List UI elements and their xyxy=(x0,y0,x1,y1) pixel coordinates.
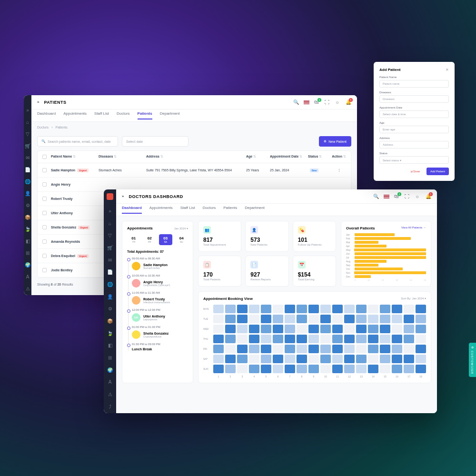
heatmap-cell[interactable] xyxy=(380,345,390,353)
bell-icon[interactable]: 🔔5 xyxy=(426,194,431,199)
heatmap-cell[interactable] xyxy=(225,345,236,353)
heatmap-cell[interactable] xyxy=(356,345,367,353)
layer-icon[interactable]: ◧ xyxy=(107,343,113,348)
tab-doctors[interactable]: Doctors xyxy=(117,111,130,119)
leaf-icon[interactable]: 🍃 xyxy=(25,227,30,232)
timeline-slot[interactable]: 09:00 AM to 09:30 AM Sadie HamptonStomac… xyxy=(132,257,188,270)
gear-icon[interactable]: ⚙ xyxy=(107,306,113,312)
heatmap-cell[interactable] xyxy=(368,365,378,373)
table-row[interactable]: Sadie HamptonUrgent Stomach Aches Suite … xyxy=(38,163,351,178)
heatmap-cell[interactable] xyxy=(392,305,402,313)
heatmap-cell[interactable] xyxy=(308,355,319,363)
heatmap-cell[interactable] xyxy=(249,315,259,323)
heatmap-cell[interactable] xyxy=(225,325,236,333)
user-icon[interactable]: 👤 xyxy=(25,191,30,196)
menu-icon[interactable]: » xyxy=(25,108,30,113)
heatmap-cell[interactable] xyxy=(380,305,390,313)
heatmap-cell[interactable] xyxy=(273,345,283,353)
warn-icon[interactable]: ⚠ xyxy=(25,286,30,291)
column-header[interactable]: Address ⇅ xyxy=(146,155,246,159)
box-icon[interactable]: 📦 xyxy=(107,318,113,324)
heatmap-cell[interactable] xyxy=(368,355,378,363)
checkbox[interactable] xyxy=(42,197,47,201)
heatmap-cell[interactable] xyxy=(320,365,331,373)
heatmap-cell[interactable] xyxy=(332,325,343,333)
column-header[interactable]: Age ⇅ xyxy=(246,155,270,159)
bell-icon[interactable]: 🔔5 xyxy=(346,99,351,105)
checkbox[interactable] xyxy=(42,254,47,258)
heatmap-cell[interactable] xyxy=(237,335,248,343)
mail-icon[interactable]: ✉ xyxy=(107,257,113,263)
heatmap-cell[interactable] xyxy=(273,365,283,373)
heatmap-cell[interactable] xyxy=(416,325,426,333)
heatmap-cell[interactable] xyxy=(332,345,343,353)
heatmap-cell[interactable] xyxy=(249,345,259,353)
heatmap-cell[interactable] xyxy=(297,305,307,313)
heatmap-cell[interactable] xyxy=(249,355,259,363)
heatmap-cell[interactable] xyxy=(308,345,319,353)
heatmap-cell[interactable] xyxy=(380,335,390,343)
day-cell[interactable]: 01TH xyxy=(127,234,140,245)
bag-icon[interactable]: 🛍3 xyxy=(394,194,400,199)
heatmap-cell[interactable] xyxy=(356,355,367,363)
heatmap-cell[interactable] xyxy=(225,315,236,323)
cart-icon[interactable]: 🛒 xyxy=(25,143,30,149)
heatmap-cell[interactable] xyxy=(213,315,224,323)
heatmap-cell[interactable] xyxy=(332,335,343,343)
heatmap-cell[interactable] xyxy=(320,355,331,363)
heatmap-cell[interactable] xyxy=(368,335,378,343)
user-icon[interactable]: 👤 xyxy=(107,294,113,299)
heatmap-cell[interactable] xyxy=(320,305,331,313)
heatmap-cell[interactable] xyxy=(249,305,259,313)
globe-icon[interactable]: 🌐 xyxy=(107,282,113,288)
heatmap-cell[interactable] xyxy=(392,315,402,323)
heatmap-cell[interactable] xyxy=(308,325,319,333)
heatmap-cell[interactable] xyxy=(308,305,319,313)
heatmap-cell[interactable] xyxy=(273,355,283,363)
day-cell[interactable]: 04SU xyxy=(175,234,188,245)
column-header[interactable]: Diseases ⇅ xyxy=(99,155,146,159)
expand-icon[interactable]: » xyxy=(37,100,39,104)
heatmap-cell[interactable] xyxy=(261,305,271,313)
tab-appointments[interactable]: Appointments xyxy=(149,206,173,214)
tab-dashboard[interactable]: Dashboard xyxy=(122,206,142,214)
layer-icon[interactable]: ◧ xyxy=(25,238,30,244)
form-input[interactable]: Select date & time xyxy=(379,110,449,118)
heatmap-cell[interactable] xyxy=(297,335,307,343)
checkbox[interactable] xyxy=(42,239,47,244)
heatmap-cell[interactable] xyxy=(237,355,248,363)
heatmap-cell[interactable] xyxy=(213,365,224,373)
column-header[interactable]: Patient Name ⇅ xyxy=(51,155,99,159)
month-select[interactable]: Jan 2024 ▾ xyxy=(174,227,188,230)
heatmap-cell[interactable] xyxy=(332,365,343,373)
tab-patients[interactable]: Patients xyxy=(138,111,152,119)
bag-icon[interactable]: 🛍3 xyxy=(314,99,320,105)
heatmap-cell[interactable] xyxy=(368,325,378,333)
heatmap-cell[interactable] xyxy=(273,325,283,333)
heatmap-cell[interactable] xyxy=(392,335,402,343)
heatmap-cell[interactable] xyxy=(392,355,402,363)
search-icon[interactable]: 🔍 xyxy=(293,99,299,105)
heatmap-cell[interactable] xyxy=(332,355,343,363)
home-icon[interactable]: ⌂ xyxy=(107,220,113,226)
heatmap-cell[interactable] xyxy=(416,345,426,353)
gear-icon[interactable]: ⚙ xyxy=(25,203,30,208)
heatmap-cell[interactable] xyxy=(261,355,271,363)
grid-icon[interactable]: ⊞ xyxy=(25,250,30,256)
heatmap-cell[interactable] xyxy=(308,365,319,373)
heatmap-cell[interactable] xyxy=(285,315,295,323)
heatmap-cell[interactable] xyxy=(285,335,295,343)
heatmap-cell[interactable] xyxy=(225,365,236,373)
font-icon[interactable]: A xyxy=(107,379,113,385)
heatmap-cell[interactable] xyxy=(285,355,295,363)
heatmap-cell[interactable] xyxy=(380,365,390,373)
search-input[interactable]: 🔍 Search patients name, email, contact, … xyxy=(37,136,118,147)
heatmap-cell[interactable] xyxy=(380,315,390,323)
heatmap-cell[interactable] xyxy=(332,305,343,313)
timeline-slot[interactable]: 01:30 PM to 03:00 PM Lunch Break xyxy=(132,343,188,351)
home-icon[interactable]: ⌂ xyxy=(25,119,30,125)
mail-icon[interactable]: ✉ xyxy=(25,155,30,160)
globe2-icon[interactable]: 🌍 xyxy=(107,367,113,373)
heatmap-cell[interactable] xyxy=(368,315,378,323)
heatmap-cell[interactable] xyxy=(261,345,271,353)
